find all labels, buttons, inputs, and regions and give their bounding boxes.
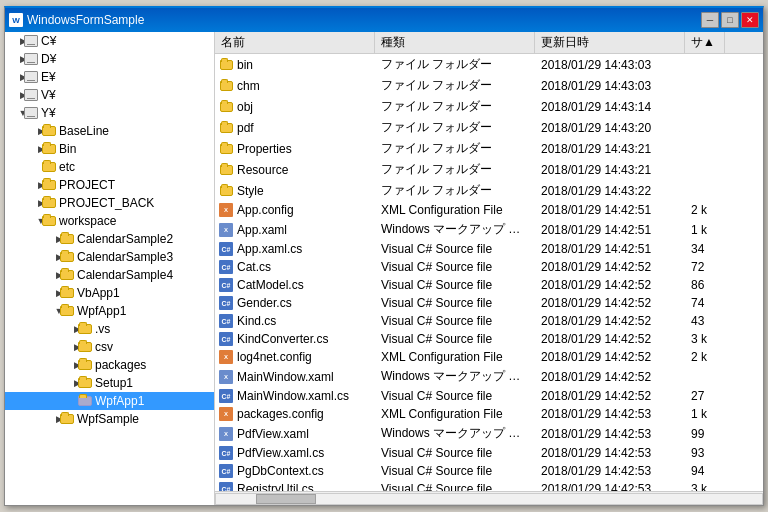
- file-row[interactable]: C#KindConverter.cs Visual C# Source file…: [215, 330, 763, 348]
- file-row[interactable]: pdf ファイル フォルダー 2018/01/29 14:43:20: [215, 117, 763, 138]
- maximize-button[interactable]: □: [721, 12, 739, 28]
- horizontal-scrollbar[interactable]: [215, 491, 763, 505]
- file-row[interactable]: XMainWindow.xaml Windows マークアップ ファイル 201…: [215, 366, 763, 387]
- expander-project[interactable]: ▶: [5, 177, 41, 193]
- expander-bin[interactable]: ▶: [5, 141, 41, 157]
- expander-workspace[interactable]: ▼: [5, 213, 41, 229]
- file-date: 2018/01/29 14:42:52: [535, 349, 685, 365]
- file-row[interactable]: C#MainWindow.xaml.cs Visual C# Source fi…: [215, 387, 763, 405]
- file-row[interactable]: C#Kind.cs Visual C# Source file 2018/01/…: [215, 312, 763, 330]
- file-row[interactable]: C#PgDbContext.cs Visual C# Source file 2…: [215, 462, 763, 480]
- file-date: 2018/01/29 14:42:52: [535, 313, 685, 329]
- tree-item-project[interactable]: ▶ PROJECT: [5, 176, 214, 194]
- expander-baseline[interactable]: ▶: [5, 123, 41, 139]
- tree-item-wpfapp1[interactable]: ▼ WpfApp1: [5, 302, 214, 320]
- xaml-file-icon: X: [219, 223, 233, 237]
- tree-item-vbapp1[interactable]: ▶ VbApp1: [5, 284, 214, 302]
- file-name-cell: C#Gender.cs: [215, 295, 375, 311]
- file-row[interactable]: C#CatModel.cs Visual C# Source file 2018…: [215, 276, 763, 294]
- tree-item-project-back[interactable]: ▶ PROJECT_BACK: [5, 194, 214, 212]
- minimize-button[interactable]: ─: [701, 12, 719, 28]
- tree-item-y[interactable]: ▼ Y¥: [5, 104, 214, 122]
- file-date: 2018/01/29 14:42:52: [535, 295, 685, 311]
- scroll-thumb[interactable]: [256, 494, 316, 504]
- tree-label-csv: csv: [95, 340, 113, 354]
- tree-item-baseline[interactable]: ▶ BaseLine: [5, 122, 214, 140]
- file-row[interactable]: C#PdfView.xaml.cs Visual C# Source file …: [215, 444, 763, 462]
- file-size: 93: [685, 445, 725, 461]
- file-row[interactable]: C#RegistryUtil.cs Visual C# Source file …: [215, 480, 763, 491]
- folder-icon-bin: [41, 142, 57, 156]
- tree-label-vbapp1: VbApp1: [77, 286, 120, 300]
- file-row[interactable]: Properties ファイル フォルダー 2018/01/29 14:43:2…: [215, 138, 763, 159]
- file-name-cell: C#RegistryUtil.cs: [215, 481, 375, 491]
- folder-icon-vs: [77, 322, 93, 336]
- file-row[interactable]: C#App.xaml.cs Visual C# Source file 2018…: [215, 240, 763, 258]
- tree-item-csv[interactable]: ▶ csv: [5, 338, 214, 356]
- expander-wpfsample[interactable]: ▶: [5, 411, 59, 427]
- tree-item-e[interactable]: ▶ E¥: [5, 68, 214, 86]
- cs-file-icon: C#: [219, 278, 233, 292]
- xaml-file-icon: X: [219, 427, 233, 441]
- file-row[interactable]: obj ファイル フォルダー 2018/01/29 14:43:14: [215, 96, 763, 117]
- tree-item-calendarsample4[interactable]: ▶ CalendarSample4: [5, 266, 214, 284]
- file-size: [685, 127, 725, 129]
- file-row[interactable]: Resource ファイル フォルダー 2018/01/29 14:43:21: [215, 159, 763, 180]
- file-row[interactable]: bin ファイル フォルダー 2018/01/29 14:43:03: [215, 54, 763, 75]
- tree-item-v[interactable]: ▶ V¥: [5, 86, 214, 104]
- expander-calendarsample3[interactable]: ▶: [5, 249, 59, 265]
- file-row[interactable]: XApp.config XML Configuration File 2018/…: [215, 201, 763, 219]
- file-row[interactable]: C#Gender.cs Visual C# Source file 2018/0…: [215, 294, 763, 312]
- expander-wpfapp1[interactable]: ▼: [5, 303, 59, 319]
- header-name[interactable]: 名前: [215, 32, 375, 53]
- file-date: 2018/01/29 14:42:51: [535, 222, 685, 238]
- header-size[interactable]: サ▲: [685, 32, 725, 53]
- scroll-track[interactable]: [215, 493, 763, 505]
- expander-v[interactable]: ▶: [5, 87, 23, 103]
- file-row[interactable]: Xlog4net.config XML Configuration File 2…: [215, 348, 763, 366]
- tree-panel[interactable]: ▶ C¥ ▶ D¥ ▶ E¥ ▶ V¥: [5, 32, 215, 505]
- file-name: Cat.cs: [237, 260, 271, 274]
- file-list[interactable]: bin ファイル フォルダー 2018/01/29 14:43:03 chm フ…: [215, 54, 763, 491]
- tree-item-d[interactable]: ▶ D¥: [5, 50, 214, 68]
- tree-item-wpfapp1-selected[interactable]: ▶ WpfApp1: [5, 392, 214, 410]
- expander-vbapp1[interactable]: ▶: [5, 285, 59, 301]
- tree-item-bin[interactable]: ▶ Bin: [5, 140, 214, 158]
- tree-item-packages[interactable]: ▶ packages: [5, 356, 214, 374]
- expander-calendarsample4[interactable]: ▶: [5, 267, 59, 283]
- header-type[interactable]: 種類: [375, 32, 535, 53]
- file-name: CatModel.cs: [237, 278, 304, 292]
- file-type: Windows マークアップ ファイル: [375, 367, 535, 386]
- tree-item-setup1[interactable]: ▶ Setup1: [5, 374, 214, 392]
- expander-csv[interactable]: ▶: [5, 339, 77, 355]
- expander-e[interactable]: ▶: [5, 69, 23, 85]
- file-name-cell: C#CatModel.cs: [215, 277, 375, 293]
- close-button[interactable]: ✕: [741, 12, 759, 28]
- tree-item-wpfsample[interactable]: ▶ WpfSample: [5, 410, 214, 428]
- file-date: 2018/01/29 14:42:53: [535, 481, 685, 491]
- file-row[interactable]: C#Cat.cs Visual C# Source file 2018/01/2…: [215, 258, 763, 276]
- expander-d[interactable]: ▶: [5, 51, 23, 67]
- file-type: Visual C# Source file: [375, 463, 535, 479]
- tree-item-vs[interactable]: ▶ .vs: [5, 320, 214, 338]
- expander-project-back[interactable]: ▶: [5, 195, 41, 211]
- file-row[interactable]: Style ファイル フォルダー 2018/01/29 14:43:22: [215, 180, 763, 201]
- file-row[interactable]: Xpackages.config XML Configuration File …: [215, 405, 763, 423]
- tree-item-etc[interactable]: ▶ etc: [5, 158, 214, 176]
- expander-c[interactable]: ▶: [5, 33, 23, 49]
- tree-item-c[interactable]: ▶ C¥: [5, 32, 214, 50]
- tree-item-calendarsample3[interactable]: ▶ CalendarSample3: [5, 248, 214, 266]
- tree-item-workspace[interactable]: ▼ workspace: [5, 212, 214, 230]
- file-row[interactable]: XPdfView.xaml Windows マークアップ ファイル 2018/0…: [215, 423, 763, 444]
- file-row[interactable]: chm ファイル フォルダー 2018/01/29 14:43:03: [215, 75, 763, 96]
- tree-item-calendarsample2[interactable]: ▶ CalendarSample2: [5, 230, 214, 248]
- expander-vs[interactable]: ▶: [5, 321, 77, 337]
- expander-setup1[interactable]: ▶: [5, 375, 77, 391]
- file-date: 2018/01/29 14:42:52: [535, 369, 685, 385]
- main-window: W WindowsFormSample ─ □ ✕ ▶ C¥ ▶ D¥: [4, 6, 764, 506]
- header-date[interactable]: 更新日時: [535, 32, 685, 53]
- file-row[interactable]: XApp.xaml Windows マークアップ ファイル 2018/01/29…: [215, 219, 763, 240]
- expander-packages[interactable]: ▶: [5, 357, 77, 373]
- expander-calendarsample2[interactable]: ▶: [5, 231, 59, 247]
- expander-y[interactable]: ▼: [5, 105, 23, 121]
